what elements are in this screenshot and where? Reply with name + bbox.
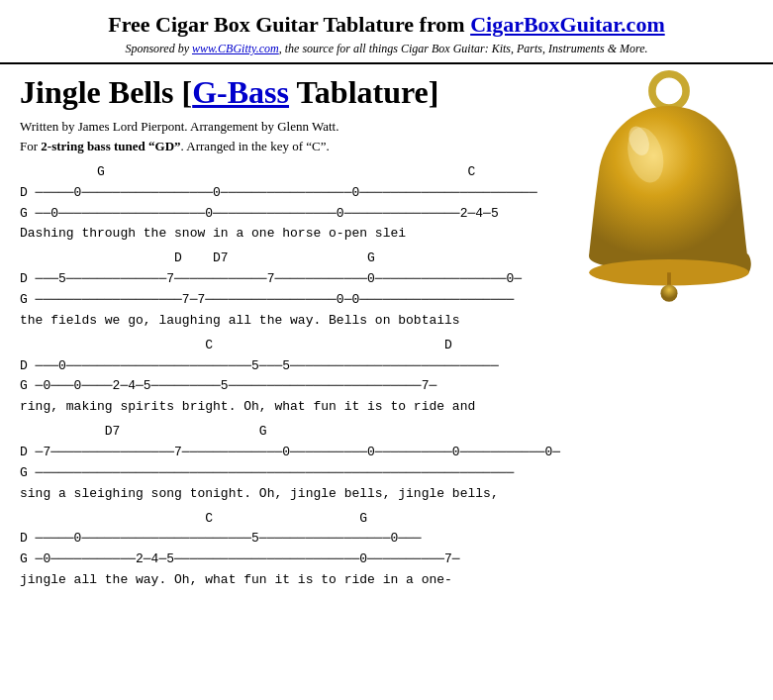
page-title: Free Cigar Box Guitar Tablature from Cig… (10, 12, 763, 38)
svg-point-4 (660, 285, 677, 302)
lyrics-section3: ring, making spirits bright. Oh, what fu… (20, 399, 743, 414)
title-link[interactable]: CigarBoxGuitar.com (470, 12, 665, 37)
d-string-section3: D ───0────────────────────────5───5─────… (20, 356, 743, 377)
tab-section-section5: C GD ─────0──────────────────────5──────… (20, 509, 743, 587)
main-content: Jingle Bells [G-Bass Tablature] Written … (0, 64, 773, 601)
bell-svg (575, 64, 763, 302)
tab-section-section4: D7 GD ─7────────────────7─────────────0─… (20, 422, 743, 500)
g-string-section4: G ──────────────────────────────────────… (20, 463, 743, 484)
d-string-section4: D ─7────────────────7─────────────0─────… (20, 443, 743, 463)
chord-labels-section3: C D (20, 336, 743, 356)
lyrics-section2: the fields we go, laughing all the way. … (20, 313, 743, 328)
tuning-info: 2-string bass tuned “GD” (41, 139, 180, 153)
chord-labels-section5: C G (20, 509, 743, 530)
g-string-section5: G ─0───────────2─4─5────────────────────… (20, 550, 743, 570)
sponsor-line: Sponsored by www.CBGitty.com, the source… (10, 42, 763, 56)
title-suffix: Tablature] (289, 74, 438, 110)
sponsor-link[interactable]: www.CBGitty.com (192, 42, 279, 55)
lyrics-section4: sing a sleighing song tonight. Oh, jingl… (20, 486, 743, 501)
chord-labels-section4: D7 G (20, 422, 743, 443)
lyrics-section5: jingle all the way. Oh, what fun it is t… (20, 572, 743, 587)
sponsor-prefix: Sponsored by (125, 42, 192, 55)
page-header: Free Cigar Box Guitar Tablature from Cig… (0, 0, 773, 64)
bell-decoration (575, 64, 773, 312)
g-string-section3: G ─0───0────2─4─5─────────5─────────────… (20, 376, 743, 397)
d-string-section5: D ─────0──────────────────────5─────────… (20, 529, 743, 550)
title-style-link[interactable]: G-Bass (192, 74, 289, 110)
svg-point-0 (652, 74, 686, 108)
title-prefix: Free Cigar Box Guitar Tablature from (108, 12, 470, 37)
sponsor-suffix: , the source for all things Cigar Box Gu… (279, 42, 648, 55)
tab-section-section3: C DD ───0────────────────────────5───5──… (20, 336, 743, 414)
title-prefix: Jingle Bells [ (20, 74, 192, 110)
